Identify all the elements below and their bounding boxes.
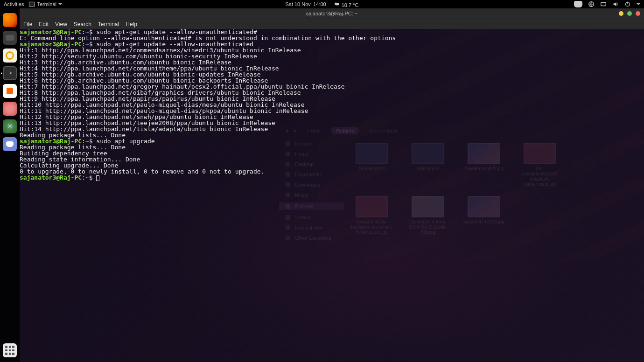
window-title: sajanator3@Raj-PC: ~ bbox=[306, 11, 358, 16]
terminal-panel-icon bbox=[28, 1, 35, 7]
window-close-button[interactable] bbox=[636, 11, 640, 16]
window-minimize-button[interactable] bbox=[619, 11, 623, 16]
terminal-output[interactable]: sajanator3@Raj-PC:~$ sudo apt-get update… bbox=[20, 29, 644, 362]
terminal-window: sajanator3@Raj-PC: ~ FileEditViewSearchT… bbox=[20, 8, 644, 362]
menubar: FileEditViewSearchTerminalHelp bbox=[20, 19, 644, 29]
svg-rect-1 bbox=[29, 2, 35, 7]
volume-icon[interactable] bbox=[612, 1, 619, 7]
activities-button[interactable]: Activities bbox=[4, 1, 24, 7]
clock[interactable]: Sat 10 Nov, 14:00 bbox=[285, 1, 326, 7]
dock-software[interactable] bbox=[3, 84, 17, 98]
menu-view[interactable]: View bbox=[55, 21, 67, 28]
menu-search[interactable]: Search bbox=[74, 21, 91, 28]
titlebar[interactable]: sajanator3@Raj-PC: ~ bbox=[20, 8, 644, 19]
app-menu-label: Terminal bbox=[37, 1, 56, 7]
dock-terminal[interactable] bbox=[3, 66, 17, 80]
dock-rhythmbox[interactable] bbox=[3, 49, 17, 63]
window-maximize-button[interactable] bbox=[627, 11, 632, 16]
network-icon[interactable] bbox=[600, 1, 607, 7]
app-menu[interactable]: Terminal bbox=[28, 1, 62, 7]
terminal-output-line: Reading package lists... Done bbox=[20, 144, 644, 150]
weather-text: 10.7 °C bbox=[342, 2, 359, 8]
dock-updater[interactable] bbox=[3, 102, 17, 116]
svg-point-3 bbox=[336, 3, 339, 5]
top-panel: Activities Terminal Sat 10 Nov, 14:00 10… bbox=[0, 0, 644, 8]
dock-discord[interactable] bbox=[3, 137, 17, 151]
dock-files[interactable] bbox=[3, 31, 17, 45]
svg-rect-5 bbox=[601, 3, 606, 6]
menu-file[interactable]: File bbox=[23, 21, 32, 28]
weather-indicator[interactable]: 10.7 °C bbox=[334, 0, 359, 8]
discord-tray-icon[interactable] bbox=[574, 1, 582, 7]
weather-icon bbox=[334, 0, 340, 7]
menu-edit[interactable]: Edit bbox=[39, 21, 49, 28]
system-menu-chevron-icon[interactable] bbox=[637, 3, 640, 5]
menu-help[interactable]: Help bbox=[126, 21, 137, 28]
input-source-icon[interactable] bbox=[588, 1, 595, 7]
terminal-prompt-line: sajanator3@Raj-PC:~$ bbox=[20, 174, 644, 181]
dock-firefox[interactable] bbox=[3, 13, 17, 27]
terminal-output-line: 0 to upgrade, 0 to newly install, 0 to r… bbox=[20, 168, 644, 174]
menu-terminal[interactable]: Terminal bbox=[98, 21, 119, 28]
dock bbox=[0, 8, 20, 362]
power-icon[interactable] bbox=[624, 1, 631, 7]
chevron-down-icon bbox=[58, 3, 62, 5]
dock-atom[interactable] bbox=[3, 119, 17, 133]
show-applications-button[interactable] bbox=[3, 343, 17, 357]
